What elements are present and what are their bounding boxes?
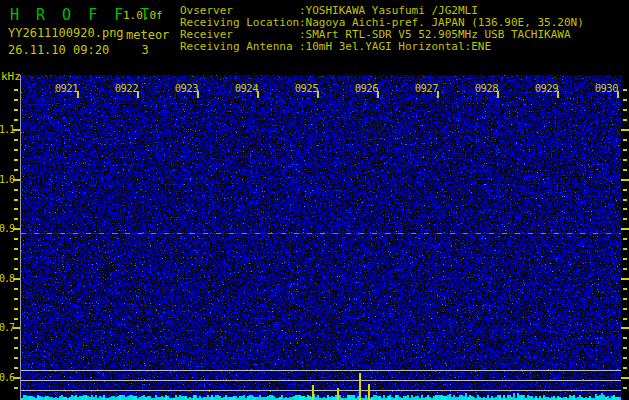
- freq-tick-left: [14, 149, 18, 151]
- freq-tick-right: [623, 268, 627, 270]
- freq-tick-left: [14, 238, 18, 240]
- freq-tick-left: [14, 347, 18, 349]
- time-tick: [317, 91, 319, 98]
- freq-tick-right: [623, 139, 627, 141]
- freq-tick-right: [623, 298, 627, 300]
- time-tick: [77, 91, 79, 98]
- meteor-spike: [368, 384, 370, 400]
- freq-tick-right: [623, 248, 627, 250]
- freq-tick-right: [623, 119, 627, 121]
- freq-tick-right: [623, 189, 627, 191]
- freq-tick-right: [623, 109, 627, 111]
- freq-tick-left: [14, 337, 18, 339]
- freq-tick-right: [621, 228, 629, 230]
- freq-tick-left: [14, 308, 18, 310]
- freq-tick-left: [13, 377, 20, 379]
- freq-tick-right: [623, 218, 627, 220]
- time-tick: [617, 91, 619, 98]
- time-label: 0928: [472, 82, 498, 94]
- freq-tick-left: [14, 367, 18, 369]
- freq-tick-left: [14, 169, 18, 171]
- freq-tick-left: [14, 268, 18, 270]
- freq-label: 0.8: [0, 273, 13, 284]
- freq-tick-right: [623, 169, 627, 171]
- meteor-spike: [312, 385, 314, 400]
- time-tick: [437, 91, 439, 98]
- freq-tick-right: [623, 159, 627, 161]
- freq-tick-left: [14, 357, 18, 359]
- freq-tick-right: [623, 318, 627, 320]
- meteor-spike: [359, 373, 361, 400]
- freq-tick-right: [621, 377, 629, 379]
- station-info-block: Ovserver:YOSHIKAWA Yasufumi /JG2MLIRecei…: [180, 5, 584, 53]
- info-value: :10mH 3el.YAGI Horizontal:ENE: [299, 40, 491, 53]
- freq-label: 0.7: [0, 322, 13, 333]
- info-label: Receiving Antenna: [180, 41, 299, 53]
- freq-tick-right: [623, 89, 627, 91]
- signal-grid-line: [21, 380, 621, 381]
- freq-tick-right: [623, 208, 627, 210]
- freq-tick-left: [14, 159, 18, 161]
- time-tick: [137, 91, 139, 98]
- freq-tick-left: [13, 228, 20, 230]
- freq-label: 0.6: [0, 372, 13, 383]
- freq-tick-right: [623, 238, 627, 240]
- freq-tick-left: [13, 278, 20, 280]
- time-label: 0927: [412, 82, 438, 94]
- freq-tick-left: [14, 139, 18, 141]
- signal-grid-line: [21, 370, 621, 371]
- freq-tick-right: [623, 337, 627, 339]
- freq-label: 1.0: [0, 174, 13, 185]
- freq-label: 1.1: [0, 124, 13, 135]
- output-filename: YY2611100920.png: [8, 26, 124, 40]
- freq-tick-right: [623, 258, 627, 260]
- time-label: 0923: [172, 82, 198, 94]
- time-label: 0926: [352, 82, 378, 94]
- freq-tick-left: [14, 387, 18, 389]
- freq-tick-right: [621, 278, 629, 280]
- freq-tick-left: [14, 248, 18, 250]
- hrofft-window: H R O F F T 1.0.0f YY2611100920.png mete…: [0, 0, 629, 400]
- info-row: Receiving Antenna:10mH 3el.YAGI Horizont…: [180, 41, 584, 53]
- freq-tick-left: [14, 189, 18, 191]
- time-tick: [497, 91, 499, 98]
- freq-tick-right: [623, 288, 627, 290]
- freq-tick-left: [14, 109, 18, 111]
- freq-tick-left: [13, 179, 20, 181]
- time-label: 0930: [592, 82, 618, 94]
- time-label: 0921: [52, 82, 78, 94]
- spectrogram-noise: [21, 75, 621, 400]
- freq-tick-right: [623, 199, 627, 201]
- freq-tick-left: [13, 129, 20, 131]
- time-tick: [377, 91, 379, 98]
- freq-axis-unit: kHz: [1, 70, 21, 83]
- freq-tick-left: [14, 208, 18, 210]
- time-tick: [197, 91, 199, 98]
- noise-floor-plot: [21, 391, 621, 400]
- freq-tick-right: [621, 129, 629, 131]
- freq-tick-right: [623, 387, 627, 389]
- freq-tick-left: [14, 258, 18, 260]
- freq-tick-left: [14, 218, 18, 220]
- freq-tick-left: [14, 89, 18, 91]
- freq-tick-right: [621, 179, 629, 181]
- meteor-spike: [337, 388, 339, 400]
- app-version: 1.0.0f: [123, 9, 163, 22]
- datetime-label: 26.11.10 09:20: [8, 43, 109, 57]
- freq-tick-right: [623, 367, 627, 369]
- time-label: 0929: [532, 82, 558, 94]
- time-label: 0922: [112, 82, 138, 94]
- freq-tick-left: [14, 99, 18, 101]
- freq-tick-left: [14, 119, 18, 121]
- time-label: 0925: [292, 82, 318, 94]
- time-tick: [257, 91, 259, 98]
- signal-grid-line: [21, 390, 621, 391]
- carrier-signal-line: [21, 233, 621, 234]
- freq-tick-right: [623, 357, 627, 359]
- freq-axis-line: [20, 75, 21, 400]
- freq-tick-right: [623, 149, 627, 151]
- freq-tick-right: [623, 308, 627, 310]
- freq-tick-right: [621, 327, 629, 329]
- time-tick: [557, 91, 559, 98]
- freq-tick-left: [13, 327, 20, 329]
